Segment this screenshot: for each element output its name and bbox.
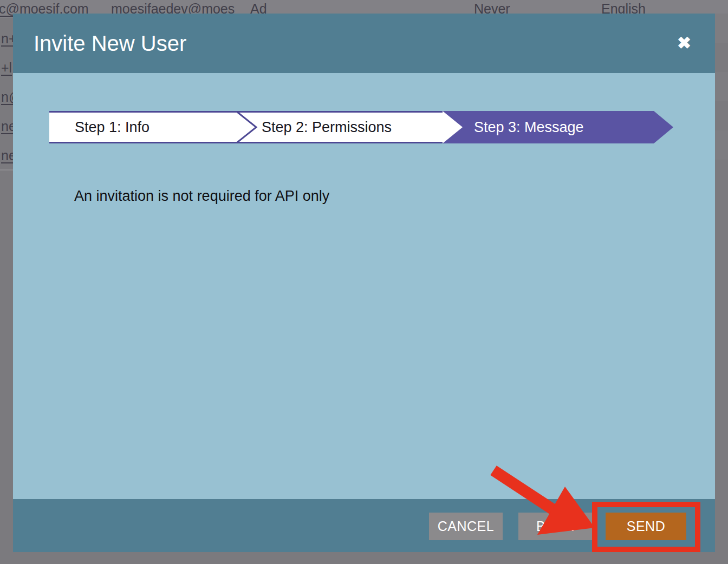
background-row-divider — [0, 169, 13, 170]
send-button[interactable]: SEND — [606, 513, 686, 540]
background-row-stripe — [715, 14, 728, 43]
back-button[interactable]: BACK — [518, 513, 592, 540]
tab-step-1-info[interactable]: Step 1: Info — [75, 111, 150, 143]
background-row-stripe — [715, 72, 728, 101]
invite-new-user-dialog: Invite New User ✖ Step 1: Info Step 2: P… — [13, 14, 715, 552]
background-row-stripe — [715, 130, 728, 160]
screen: c@moesif.com moesifaedev@moes Ad Never E… — [0, 0, 728, 564]
api-only-notice: An invitation is not required for API on… — [74, 188, 329, 205]
tab-step-3-message[interactable]: Step 3: Message — [474, 111, 584, 143]
cancel-button[interactable]: CANCEL — [429, 513, 503, 540]
close-icon[interactable]: ✖ — [677, 14, 691, 73]
background-link-fragment: +l — [1, 60, 12, 76]
dialog-title: Invite New User — [34, 14, 186, 73]
tab-step-2-permissions[interactable]: Step 2: Permissions — [262, 111, 392, 143]
dialog-header: Invite New User ✖ — [13, 14, 715, 73]
